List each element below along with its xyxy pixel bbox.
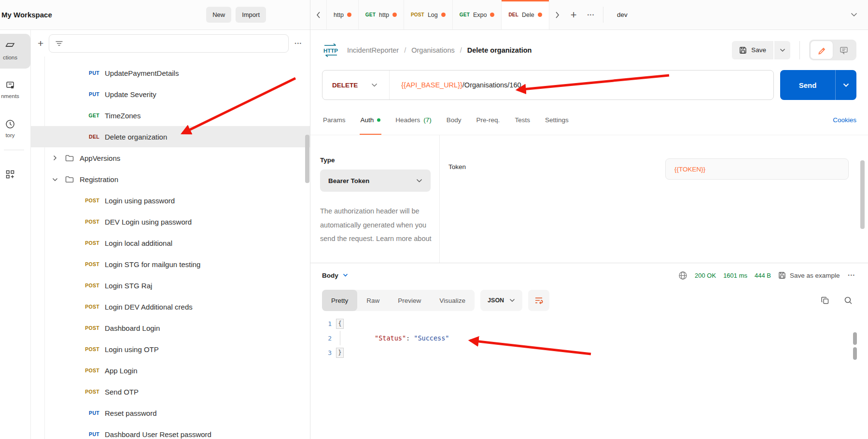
url-input[interactable]: {{API_BASE_URL}}/Organisations/160 <box>390 81 521 89</box>
rail-item-more-tools[interactable] <box>0 157 30 192</box>
network-globe-icon[interactable] <box>678 271 687 280</box>
request-config-tabs: ParamsAuthHeaders(7)BodyPre-req.TestsSet… <box>310 105 868 135</box>
request-tab-tests[interactable]: Tests <box>514 105 531 135</box>
auth-configured-dot-icon <box>377 118 380 122</box>
sidebar-request-item[interactable]: PUTUpdate Severity <box>31 84 310 105</box>
url-row: DELETE {{API_BASE_URL}}/Organisations/16… <box>310 70 868 105</box>
breadcrumb-collection[interactable]: IncidentReporter <box>347 46 399 54</box>
request-name: Login DEV Additional creds <box>105 303 193 311</box>
method-selector[interactable]: DELETE <box>322 82 389 89</box>
save-button[interactable]: Save <box>732 41 773 59</box>
response-view-preview[interactable]: Preview <box>389 290 430 311</box>
response-size[interactable]: 444 B <box>755 272 771 279</box>
method-badge: POST <box>77 261 99 267</box>
import-button[interactable]: Import <box>236 7 266 23</box>
open-request-tab[interactable]: GETExpo <box>453 0 502 29</box>
request-tab-auth[interactable]: Auth <box>360 105 382 135</box>
wrap-text-button[interactable] <box>528 290 549 311</box>
edit-mode-button[interactable] <box>811 41 833 59</box>
sidebar-request-item[interactable]: DELDelete organization <box>31 126 310 147</box>
request-name: Delete organization <box>105 133 167 141</box>
sidebar-request-item[interactable]: POSTSend OTP <box>31 381 310 402</box>
open-request-tab[interactable]: GEThttp <box>359 0 404 29</box>
response-view-visualize[interactable]: Visualize <box>430 290 475 311</box>
fold-marker-open[interactable]: { <box>336 319 344 329</box>
response-time[interactable]: 1601 ms <box>723 272 747 279</box>
response-body-select[interactable]: Body <box>322 272 348 279</box>
sidebar-request-item[interactable]: POSTLogin DEV Additional creds <box>31 296 310 317</box>
cookies-link[interactable]: Cookies <box>833 116 856 124</box>
response-view-raw[interactable]: Raw <box>357 290 389 311</box>
sidebar-request-item[interactable]: POSTDEV Login using password <box>31 211 310 232</box>
auth-panel-scrollbar[interactable] <box>860 160 865 229</box>
sidebar-scrollbar[interactable] <box>305 135 309 183</box>
copy-icon[interactable] <box>821 296 829 305</box>
search-collections-input[interactable] <box>49 34 288 53</box>
tabs-scroll-left-button[interactable] <box>310 0 326 29</box>
rail-item-environments[interactable]: nments <box>0 72 30 107</box>
rail-item-collections[interactable]: ctions <box>0 34 30 69</box>
workspace-title[interactable]: My Workspace <box>1 11 52 19</box>
sidebar: My Workspace New Import ctions nment <box>0 0 310 439</box>
sidebar-request-item[interactable]: POSTLogin STG for mailgun testing <box>31 254 310 275</box>
save-as-example-button[interactable]: Save as example <box>778 271 840 279</box>
sidebar-request-item[interactable]: POSTLogin STG Raj <box>31 275 310 296</box>
open-request-tab[interactable]: POSTLog <box>404 0 453 29</box>
response-scrollbar[interactable] <box>853 347 857 360</box>
open-request-tab[interactable]: http <box>326 0 359 29</box>
save-options-button[interactable] <box>774 41 790 59</box>
add-collection-button[interactable]: + <box>38 38 43 48</box>
response-body-code[interactable]: 1 { 2 "Status": "Success" 3 } <box>310 313 868 439</box>
rail-label: tory <box>5 132 14 138</box>
activity-rail: ctions nments tory <box>0 30 31 439</box>
send-button[interactable]: Send <box>780 70 835 100</box>
search-icon[interactable] <box>844 296 853 305</box>
tab-method-badge: GET <box>365 12 376 17</box>
request-tab-headers[interactable]: Headers(7) <box>394 105 433 135</box>
sidebar-request-item[interactable]: PUTDashboard User Reset password <box>31 424 310 439</box>
breadcrumb-folder[interactable]: Organisations <box>411 46 454 54</box>
tab-title: http <box>334 12 344 18</box>
response-status[interactable]: 200 OK <box>695 272 716 279</box>
sidebar-more-button[interactable]: ••• <box>294 39 303 48</box>
environment-selector[interactable]: dev <box>606 0 868 29</box>
url-path: /Organisations/160 <box>462 81 521 89</box>
sidebar-request-item[interactable]: POSTLogin local additional <box>31 232 310 254</box>
open-request-tab[interactable]: DELDele <box>502 0 549 29</box>
sidebar-request-item[interactable]: POSTLogin using OTP <box>31 339 310 360</box>
new-button[interactable]: New <box>206 7 231 23</box>
new-tab-button[interactable]: + <box>565 0 582 29</box>
response-more-button[interactable]: ••• <box>847 271 856 280</box>
response-format-select[interactable]: JSON <box>480 290 522 311</box>
method-badge: PUT <box>77 431 99 437</box>
sidebar-folder-item[interactable]: Registration <box>31 169 310 190</box>
tab-options-button[interactable]: ••• <box>582 0 600 29</box>
request-tab-prereq[interactable]: Pre-req. <box>476 105 501 135</box>
send-options-button[interactable] <box>835 70 856 100</box>
response-scrollbar[interactable] <box>853 332 857 345</box>
response-view-pretty[interactable]: Pretty <box>322 290 357 311</box>
request-tab-params[interactable]: Params <box>322 105 347 135</box>
sidebar-request-item[interactable]: PUTReset password <box>31 402 310 424</box>
rail-item-history[interactable]: tory <box>0 111 30 146</box>
sidebar-folder-item[interactable]: AppVersions <box>31 147 310 169</box>
auth-type-select[interactable]: Bearer Token <box>320 170 431 192</box>
chevron-down-icon <box>371 83 378 87</box>
token-input[interactable]: {{TOKEN}} <box>665 158 849 180</box>
comment-button[interactable] <box>833 41 855 59</box>
request-name: Login using OTP <box>105 345 159 354</box>
breadcrumb-request-name[interactable]: Delete organization <box>467 46 532 54</box>
sidebar-request-item[interactable]: GETTimeZones <box>31 105 310 126</box>
tab-title: Dele <box>522 12 534 18</box>
request-tab-body[interactable]: Body <box>446 105 462 135</box>
sidebar-request-item[interactable]: PUTUpdatePaymentDetails <box>31 62 310 84</box>
rail-divider <box>4 150 24 150</box>
tabs-scroll-right-button[interactable] <box>549 0 565 29</box>
sidebar-request-item[interactable]: POSTLogin using password <box>31 190 310 211</box>
request-tab-settings[interactable]: Settings <box>544 105 570 135</box>
chevron-down-icon <box>52 177 58 182</box>
sidebar-request-item[interactable]: POSTDashboard Login <box>31 317 310 339</box>
fold-marker-close[interactable]: } <box>336 348 344 358</box>
breadcrumb-separator: / <box>404 46 406 54</box>
sidebar-request-item[interactable]: POSTApp Login <box>31 360 310 381</box>
